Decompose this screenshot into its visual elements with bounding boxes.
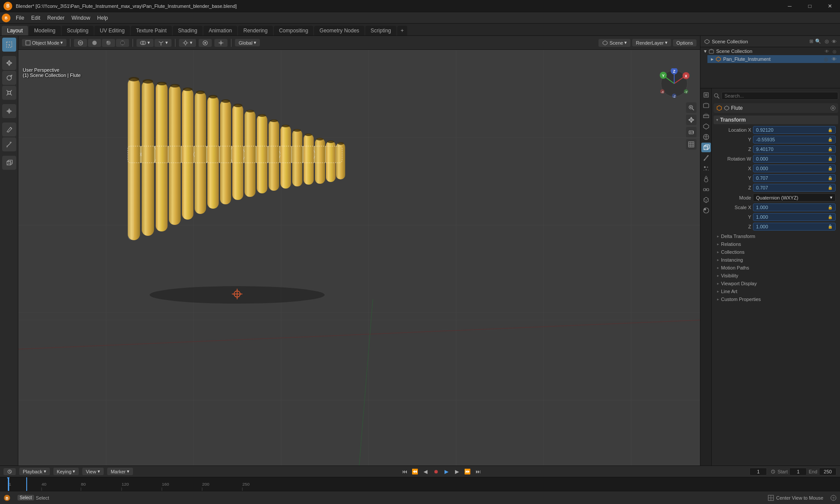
filter-enable-icon[interactable]: [830, 105, 836, 111]
viewport-shading-wireframe[interactable]: [74, 39, 87, 47]
mode-selector[interactable]: Object Mode ▾: [22, 39, 66, 46]
proportional-edit[interactable]: [199, 39, 212, 47]
tab-sculpting[interactable]: Sculpting: [62, 26, 94, 35]
tab-geometry-nodes[interactable]: Geometry Nodes: [314, 26, 364, 35]
props-filter-icon[interactable]: [714, 93, 720, 99]
transform-tool-button[interactable]: [2, 104, 16, 118]
instancing-section[interactable]: ▸ Instancing: [714, 256, 838, 264]
props-icon-scene[interactable]: [701, 122, 711, 131]
motion-paths-section[interactable]: ▸ Motion Paths: [714, 264, 838, 272]
menu-window[interactable]: Window: [68, 14, 94, 22]
props-icon-modifier[interactable]: [701, 153, 711, 163]
outliner-filter-icon[interactable]: ⊞: [809, 38, 813, 44]
tab-compositing[interactable]: Compositing: [274, 26, 314, 35]
marker-button[interactable]: Marker ▾: [107, 468, 133, 475]
scale-tool-button[interactable]: [2, 86, 16, 100]
rotation-y-lock-icon[interactable]: 🔒: [828, 176, 833, 180]
props-icon-physics[interactable]: [701, 174, 711, 184]
visibility-section[interactable]: ▸ Visibility: [714, 272, 838, 280]
end-frame-counter[interactable]: 250: [819, 468, 836, 476]
record-button[interactable]: ⏺: [432, 467, 441, 476]
menu-help[interactable]: Help: [94, 14, 112, 22]
timeline-track[interactable]: 1 40 80 120 160 200 250: [0, 477, 840, 491]
object-name-field[interactable]: Flute: [731, 105, 743, 111]
rotation-z-lock-icon[interactable]: 🔒: [828, 186, 833, 190]
jump-start-button[interactable]: ⏮: [400, 467, 409, 476]
props-icon-render[interactable]: [701, 90, 711, 100]
viewport[interactable]: Object Mode ▾: [18, 36, 700, 466]
scale-y-value[interactable]: 1.000 🔒: [753, 213, 836, 221]
viewport-gizmo-btn[interactable]: ▾: [154, 39, 172, 47]
next-keyframe-button[interactable]: ⏩: [463, 467, 472, 476]
viewport-display-section[interactable]: ▸ Viewport Display: [714, 280, 838, 287]
rotation-mode-dropdown[interactable]: Quaternion (WXYZ) ▾: [753, 193, 836, 202]
prev-frame-button[interactable]: ◀: [421, 467, 430, 476]
outliner-filter-render[interactable]: ◎: [825, 38, 829, 44]
zoom-icon[interactable]: [686, 102, 696, 113]
minimize-button[interactable]: ─: [780, 0, 800, 12]
restrict-render-icon[interactable]: ◎: [824, 56, 828, 62]
props-icon-constraints[interactable]: [701, 185, 711, 194]
navigation-gizmo[interactable]: X Y Z -X -Y: [659, 68, 690, 99]
menu-edit[interactable]: Edit: [28, 14, 44, 22]
current-frame-counter[interactable]: 1: [749, 468, 767, 476]
props-icon-object[interactable]: [701, 143, 711, 152]
line-art-section[interactable]: ▸ Line Art: [714, 287, 838, 295]
props-search-input[interactable]: [721, 92, 838, 100]
outliner-eye-icon[interactable]: 👁: [825, 49, 829, 54]
transform-orientation[interactable]: Global ▾: [235, 39, 260, 46]
camera-view-icon[interactable]: [686, 127, 696, 137]
play-button[interactable]: ▶: [442, 467, 451, 476]
close-button[interactable]: ✕: [820, 0, 840, 12]
rotation-z-value[interactable]: 0.707 🔒: [753, 184, 836, 192]
rotation-x-value[interactable]: 0.000 🔒: [753, 164, 836, 172]
measure-tool-button[interactable]: [2, 137, 16, 151]
pan-icon[interactable]: [686, 115, 696, 125]
restrict-viewport-icon[interactable]: 👁: [832, 56, 836, 62]
transform-section-header[interactable]: ▾ Transform: [714, 116, 838, 124]
props-icon-view-layer[interactable]: [701, 111, 711, 121]
collections-section[interactable]: ▸ Collections: [714, 248, 838, 256]
grid-snap-icon[interactable]: [686, 139, 696, 150]
tab-animation[interactable]: Animation: [203, 26, 237, 35]
tab-scripting[interactable]: Scripting: [365, 26, 396, 35]
playback-button[interactable]: Playback ▾: [19, 468, 50, 475]
location-y-lock-icon[interactable]: 🔒: [828, 137, 833, 142]
rotate-tool-button[interactable]: [2, 71, 16, 85]
delta-transform-section[interactable]: ▸ Delta Transform: [714, 232, 838, 240]
relations-section[interactable]: ▸ Relations: [714, 240, 838, 248]
view-button[interactable]: View ▾: [82, 468, 104, 475]
scale-y-lock-icon[interactable]: 🔒: [828, 215, 833, 219]
location-z-value[interactable]: 9.40170 🔒: [753, 145, 836, 153]
viewport-shading-render[interactable]: [116, 39, 129, 47]
props-icon-data[interactable]: [701, 195, 711, 205]
viewport-shading-material[interactable]: [102, 39, 115, 47]
scale-z-lock-icon[interactable]: 🔒: [828, 224, 833, 229]
menu-file[interactable]: File: [12, 14, 28, 22]
rotation-w-lock-icon[interactable]: 🔒: [828, 157, 833, 161]
viewport-options-btn[interactable]: Options: [673, 39, 696, 46]
scale-x-value[interactable]: 1.000 🔒: [753, 203, 836, 211]
add-tool-button[interactable]: [2, 156, 16, 170]
viewport-overlay-btn[interactable]: ▾: [136, 39, 154, 47]
scene-selector[interactable]: Scene ▾: [598, 39, 630, 47]
props-icon-particles[interactable]: [701, 164, 711, 173]
select-tool-button[interactable]: [2, 38, 16, 52]
timeline-mode-icon[interactable]: [4, 468, 16, 475]
viewport-shading-solid[interactable]: [88, 39, 101, 47]
custom-properties-section[interactable]: ▸ Custom Properties: [714, 295, 838, 303]
tab-rendering[interactable]: Rendering: [238, 26, 273, 35]
tab-shading[interactable]: Shading: [173, 26, 203, 35]
outliner-item-pan-flute[interactable]: ▸ Pan_Flute_Instrument ◎ 👁: [707, 55, 840, 63]
scale-x-lock-icon[interactable]: 🔒: [828, 205, 833, 210]
outliner-search-icon[interactable]: 🔍: [815, 38, 821, 44]
location-z-lock-icon[interactable]: 🔒: [828, 147, 833, 151]
keying-button[interactable]: Keying ▾: [53, 468, 79, 475]
annotate-tool-button[interactable]: [2, 122, 16, 136]
tab-uv-editing[interactable]: UV Editing: [94, 26, 130, 35]
prev-keyframe-button[interactable]: ⏪: [411, 467, 420, 476]
rotation-w-value[interactable]: 0.000 🔒: [753, 155, 836, 163]
tab-modeling[interactable]: Modeling: [29, 26, 61, 35]
props-icon-material[interactable]: [701, 206, 711, 215]
move-tool-button[interactable]: [2, 56, 16, 70]
